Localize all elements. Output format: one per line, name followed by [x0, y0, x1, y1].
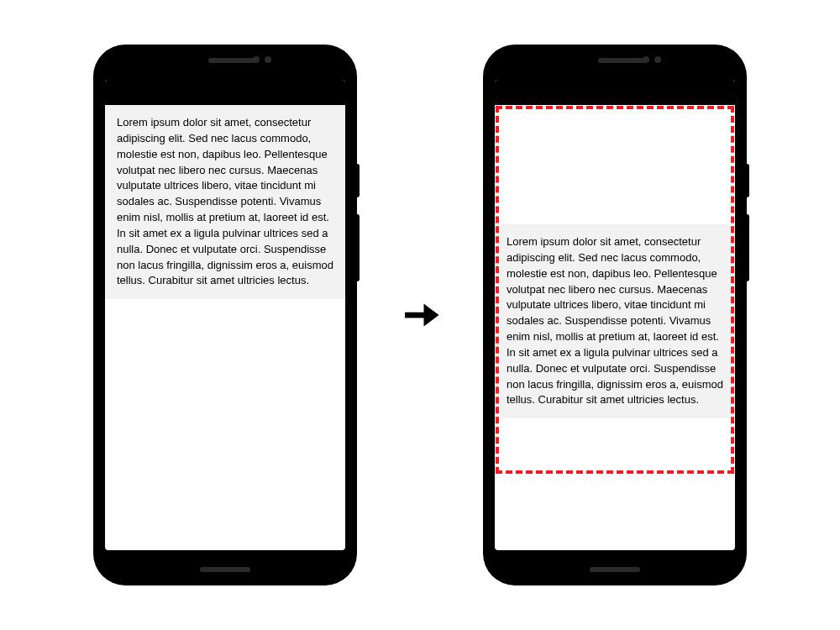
content-area: Lorem ipsum dolor sit amet, consectetur …: [495, 105, 735, 550]
status-bar: [105, 80, 345, 105]
side-button: [745, 164, 749, 197]
side-button: [355, 164, 360, 197]
camera-dots: [643, 56, 661, 63]
content-area: Lorem ipsum dolor sit amet, consectetur …: [105, 105, 345, 550]
phone-screen: Lorem ipsum dolor sit amet, consectetur …: [105, 80, 345, 550]
phone-before: Lorem ipsum dolor sit amet, consectetur …: [95, 46, 355, 584]
lorem-text-block: Lorem ipsum dolor sit amet, consectetur …: [495, 224, 735, 418]
side-button: [745, 214, 749, 281]
side-button: [355, 214, 360, 281]
camera-dots: [253, 56, 271, 63]
arrow-right-icon: [397, 292, 443, 338]
phone-after: Lorem ipsum dolor sit amet, consectetur …: [485, 46, 745, 584]
lorem-text-block: Lorem ipsum dolor sit amet, consectetur …: [105, 105, 345, 299]
phone-screen: Lorem ipsum dolor sit amet, consectetur …: [495, 80, 735, 550]
top-spacer: [495, 105, 735, 224]
status-bar: [495, 80, 735, 105]
